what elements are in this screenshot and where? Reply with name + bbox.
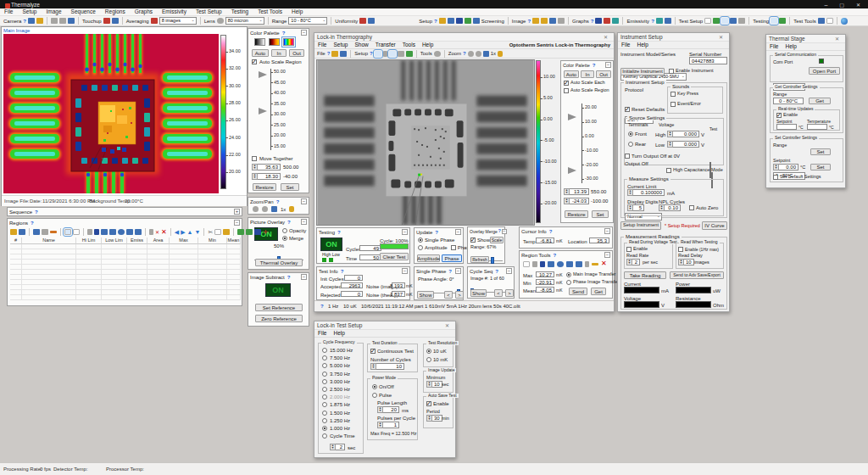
zoom-1x-label[interactable]: 1x — [281, 207, 286, 212]
overlay-merge-header[interactable]: Overlay Merge ? − — [468, 227, 504, 235]
test-setup-menu-item[interactable]: Help — [333, 331, 344, 337]
collapse-icon[interactable]: − — [402, 268, 408, 274]
line-tool-icon[interactable] — [94, 229, 99, 235]
region-line-icon[interactable] — [50, 231, 57, 233]
palette-rainbow-button[interactable] — [283, 38, 294, 46]
line-graph-icon[interactable] — [595, 18, 602, 24]
update-help-icon[interactable]: ? — [435, 230, 438, 235]
lockin-menu-item[interactable]: Transfer — [376, 42, 396, 48]
lockin-palette-low-slider[interactable] — [568, 167, 576, 174]
zoom-pan-help-icon[interactable]: ? — [276, 199, 280, 204]
folder-icon[interactable] — [541, 18, 548, 24]
test-setup-close-icon[interactable]: ✕ — [442, 321, 453, 329]
menu-item[interactable]: Image — [46, 9, 61, 15]
front-terminal-radio[interactable] — [628, 131, 633, 137]
resolution-10mk-radio[interactable] — [426, 357, 431, 362]
testing-header[interactable]: Testing ? − — [317, 228, 409, 236]
add-region-icon[interactable]: ✛ — [263, 229, 268, 235]
frequency-radio[interactable] — [322, 348, 327, 353]
single-phase-show-button[interactable]: Show — [417, 291, 434, 299]
lockin-wrench-icon[interactable] — [398, 51, 404, 57]
merge-radio[interactable] — [282, 236, 287, 241]
cycle-frequency-option[interactable]: 15.000 Hz — [322, 348, 355, 353]
copy-icon[interactable] — [214, 229, 221, 235]
key-press-checkbox[interactable] — [670, 92, 676, 97]
main-image-transfer-radio[interactable] — [566, 272, 571, 277]
temperature-icon[interactable] — [51, 18, 58, 24]
testing-on-button[interactable]: ON — [320, 238, 342, 251]
cycle-seq-show-button[interactable]: Show — [470, 289, 487, 297]
auto-zero-checkbox[interactable] — [689, 205, 694, 210]
ellipse-tool-icon[interactable] — [118, 229, 125, 235]
region-tools-help-icon[interactable]: ? — [554, 253, 557, 258]
palette-low-slider[interactable] — [259, 108, 267, 115]
lockin-restore-button[interactable]: Restore — [565, 210, 588, 218]
lockin-zoom-out-icon[interactable] — [476, 51, 481, 57]
palette-iron-button[interactable] — [269, 38, 280, 46]
cycle-frequency-option[interactable]: 1.500 Hz — [322, 411, 355, 416]
set-button[interactable]: Set — [281, 183, 299, 191]
instrument-menu-item[interactable]: File — [621, 42, 630, 48]
npl-cycles-spinner[interactable]: ▲▼0.10 — [659, 204, 681, 211]
reset-defaults-checkbox[interactable] — [625, 107, 630, 112]
rt-point-tool-icon[interactable] — [532, 261, 537, 267]
rdvt-enable-checkbox[interactable] — [626, 247, 632, 252]
setup-image-icon[interactable] — [456, 18, 463, 24]
point-tool-icon[interactable] — [87, 229, 92, 235]
testing-screen-icon[interactable] — [779, 18, 786, 24]
pulses-per-cycle-spinner[interactable]: ▲▼1 — [377, 422, 399, 428]
phase-button[interactable]: Phase — [442, 254, 462, 262]
lockin-palette-low-spinner[interactable]: ▲▼-24.03 — [564, 198, 589, 204]
regions-column-header[interactable]: # — [10, 238, 22, 244]
frequency-radio[interactable] — [322, 355, 327, 360]
lockin-palette-high-slider[interactable] — [568, 114, 576, 120]
lockin-transfer-icon[interactable] — [406, 51, 413, 57]
lockin-setup-help-icon[interactable]: ? — [370, 51, 373, 56]
zoom-in-icon[interactable] — [253, 206, 259, 212]
uniformity-icon[interactable] — [359, 18, 366, 24]
open-regions-icon[interactable] — [10, 229, 17, 235]
get-button[interactable]: Get — [591, 288, 606, 295]
pin-icon[interactable] — [149, 229, 153, 235]
lockin-menu-item[interactable]: Help — [422, 42, 433, 48]
get-button[interactable]: Get — [809, 98, 831, 104]
lens-select[interactable]: 80 micron — [225, 17, 264, 25]
cycle-frequency-option[interactable]: 2.500 Hz — [322, 387, 355, 392]
menu-item[interactable]: Sequence — [71, 9, 96, 15]
collapse-icon[interactable]: − — [604, 252, 610, 258]
test-setup-window-icon[interactable] — [704, 18, 711, 24]
single-phase-header[interactable]: Single Phase ? − — [415, 267, 463, 275]
collapse-icon[interactable]: − — [301, 30, 307, 36]
camera-capture-icon[interactable] — [558, 18, 565, 24]
snapshot-icon[interactable] — [68, 18, 75, 24]
overlay-merge-help-icon[interactable]: ? — [498, 229, 501, 233]
rectangle-tool-icon[interactable] — [101, 229, 108, 235]
paste-icon[interactable] — [223, 229, 230, 235]
lockin-menu-item[interactable]: Tools — [403, 42, 415, 48]
cycle-frequency-option[interactable]: 3.000 Hz — [322, 379, 355, 384]
lockin-out-button[interactable]: Out — [596, 70, 611, 78]
lockin-palette-header[interactable]: Color Palette ? − — [561, 61, 613, 69]
cycle-seq-header[interactable]: Cycle Seq ? − — [468, 267, 514, 275]
continuous-test-checkbox[interactable] — [370, 349, 376, 354]
lockin-in-button[interactable]: In — [581, 70, 594, 78]
thermal-stage-titlebar[interactable]: Thermal Stage ✕ — [766, 35, 845, 43]
auto-scale-region-checkbox[interactable] — [252, 59, 257, 64]
lockin-palette-help-icon[interactable]: ? — [593, 63, 596, 68]
color-palette-header[interactable]: Color Palette ? − — [248, 29, 309, 36]
lockin-menu-item[interactable]: Show — [354, 42, 368, 48]
camera-image-icon[interactable] — [28, 18, 35, 24]
resolution-10uk-radio[interactable] — [426, 349, 431, 354]
region-list-icon[interactable] — [42, 229, 48, 235]
collapse-icon[interactable]: − — [455, 229, 461, 235]
lockin-pan-hand-icon[interactable] — [498, 51, 503, 57]
setup-transfer-icon[interactable] — [465, 18, 471, 24]
test-tools-image-icon[interactable] — [818, 18, 825, 24]
lightning-icon[interactable] — [36, 18, 43, 24]
move-together-checkbox[interactable] — [252, 156, 257, 161]
regions-column-header[interactable]: Max — [170, 238, 198, 244]
pulse-radio[interactable] — [372, 393, 377, 398]
save-setup-icon[interactable] — [448, 18, 454, 24]
lockin-open-icon[interactable] — [331, 51, 338, 57]
zoom-pan-header[interactable]: Zoom/Pan ? − — [248, 198, 309, 205]
